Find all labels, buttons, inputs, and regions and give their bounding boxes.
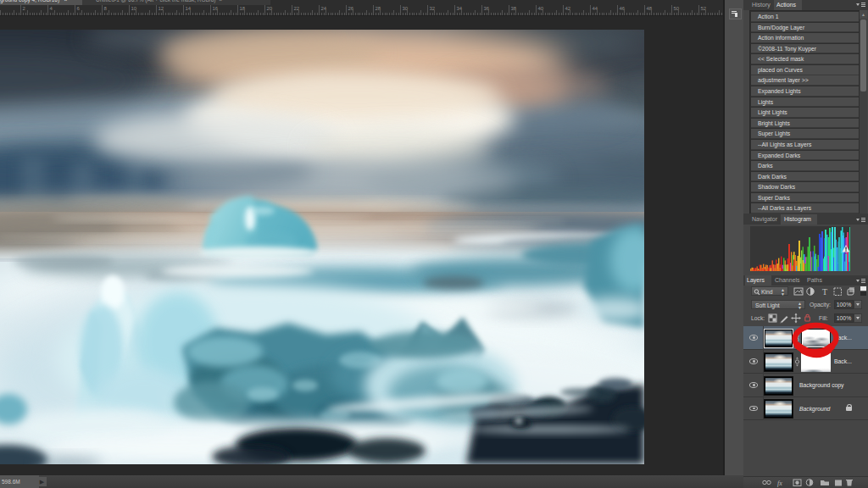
svg-text:fx: fx [777,480,782,487]
svg-text:T: T [822,287,827,297]
